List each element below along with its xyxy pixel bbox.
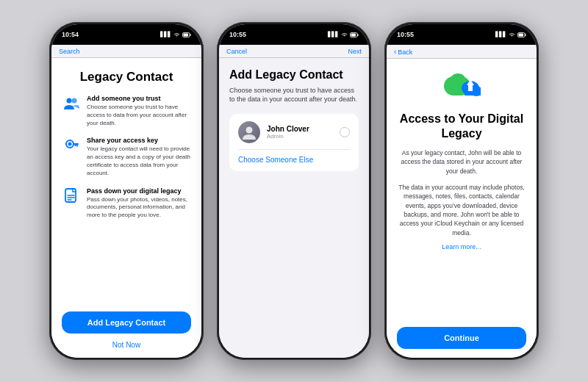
wifi-icon-3: [509, 32, 515, 37]
battery-icon-1: [182, 32, 191, 37]
wifi-icon-1: [173, 32, 180, 37]
feature-2-desc: Your legacy contact will need to provide…: [87, 145, 191, 177]
learn-more-link[interactable]: Learn more...: [442, 243, 481, 251]
notch-2: [268, 24, 320, 39]
screen-1: Legacy Contact Add someone you trust Cho…: [51, 58, 201, 358]
choose-someone-link[interactable]: Choose Someone Else: [238, 156, 350, 164]
feature-3-desc: Pass down your photos, videos, notes, do…: [87, 196, 191, 220]
phone-3: 10:55 ▋▋▋ ‹ Back: [384, 22, 539, 360]
svg-rect-1: [190, 34, 190, 36]
feature-2-title: Share your access key: [87, 137, 191, 144]
next-button[interactable]: Next: [348, 48, 362, 55]
status-icons-1: ▋▋▋: [160, 32, 191, 37]
signal-icon-1: ▋▋▋: [160, 32, 171, 37]
feature-1-desc: Choose someone you trust to have access …: [87, 104, 191, 127]
not-now-link[interactable]: Not Now: [112, 341, 140, 349]
people-icon: [62, 96, 81, 112]
p3-body2: The data in your account may include pho…: [397, 183, 526, 237]
wifi-icon-2: [341, 32, 348, 37]
status-bar-1: 10:54 ▋▋▋: [51, 24, 201, 45]
svg-point-6: [68, 143, 72, 146]
search-label-1[interactable]: Search: [59, 48, 80, 55]
svg-rect-20: [519, 33, 524, 36]
cancel-button[interactable]: Cancel: [226, 48, 247, 55]
nav-1: Search: [51, 45, 201, 58]
battery-icon-2: [350, 32, 359, 37]
p2-subtitle: Choose someone you trust to have access …: [229, 86, 359, 104]
phone-2: 10:55 ▋▋▋ Cancel Next Add Legacy Contact…: [217, 22, 371, 360]
svg-rect-9: [75, 145, 76, 146]
svg-rect-19: [525, 34, 526, 36]
signal-icon-2: ▋▋▋: [328, 32, 339, 37]
svg-rect-7: [73, 143, 79, 145]
back-label: Back: [398, 48, 412, 56]
feature-1: Add someone you trust Choose someone you…: [62, 95, 191, 127]
contact-info: John Clover Admin: [267, 125, 309, 140]
screen-2: Add Legacy Contact Choose someone you tr…: [219, 58, 369, 358]
p2-title: Add Legacy Contact: [229, 68, 359, 82]
svg-point-4: [72, 98, 77, 104]
contact-row: John Clover Admin: [238, 121, 350, 143]
feature-1-title: Add someone you trust: [87, 95, 191, 102]
status-bar-3: 10:55 ▋▋▋: [387, 24, 537, 45]
contact-name: John Clover: [267, 125, 309, 133]
p1-title-wrap: Legacy Contact: [80, 70, 173, 84]
screen-3: Access to Your Digital Legacy As your le…: [387, 59, 537, 358]
avatar: [238, 121, 260, 143]
time-3: 10:55: [397, 31, 414, 38]
p3-body1: As your legacy contact, John will be abl…: [397, 148, 526, 176]
feature-3-text: Pass down your digital legacy Pass down …: [87, 187, 191, 220]
key-icon: [62, 137, 81, 154]
battery-icon-3: [517, 32, 526, 37]
p3-title: Access to Your Digital Legacy: [397, 112, 526, 141]
icloud-icon-wrap: [442, 71, 481, 103]
back-button[interactable]: ‹ Back: [394, 48, 412, 56]
nav-2: Cancel Next: [219, 45, 369, 58]
svg-point-3: [67, 98, 72, 104]
p1-title: Legacy Contact: [80, 70, 173, 84]
svg-rect-2: [184, 33, 189, 36]
feature-2-text: Share your access key Your legacy contac…: [87, 137, 191, 177]
p3-title-text: Access to Your Digital Legacy: [400, 112, 523, 140]
svg-rect-8: [76, 145, 78, 147]
svg-rect-15: [357, 34, 358, 36]
signal-icon-3: ▋▋▋: [495, 32, 506, 37]
notch-3: [436, 24, 487, 39]
svg-rect-16: [351, 33, 356, 36]
chevron-left-icon: ‹: [394, 48, 396, 56]
continue-button[interactable]: Continue: [397, 327, 526, 349]
svg-point-17: [246, 127, 253, 134]
time-2: 10:55: [229, 31, 246, 38]
status-bar-2: 10:55 ▋▋▋: [219, 24, 369, 45]
feature-2: Share your access key Your legacy contac…: [62, 137, 191, 177]
contact-role: Admin: [267, 133, 309, 140]
time-1: 10:54: [62, 31, 79, 38]
contact-card: John Clover Admin Choose Someone Else: [229, 114, 359, 171]
status-icons-2: ▋▋▋: [328, 32, 359, 37]
feature-3: Pass down your digital legacy Pass down …: [62, 187, 191, 220]
divider: [238, 149, 350, 150]
phone-1: 10:54 ▋▋▋ Search Legacy Contact: [49, 22, 204, 360]
status-icons-3: ▋▋▋: [495, 32, 526, 37]
doc-icon: [62, 188, 81, 204]
feature-3-title: Pass down your digital legacy: [87, 187, 191, 195]
notch-1: [101, 24, 152, 39]
radio-button[interactable]: [340, 127, 350, 137]
feature-1-text: Add someone you trust Choose someone you…: [87, 95, 191, 127]
nav-3: ‹ Back: [387, 45, 537, 59]
add-legacy-button[interactable]: Add Legacy Contact: [62, 311, 191, 334]
